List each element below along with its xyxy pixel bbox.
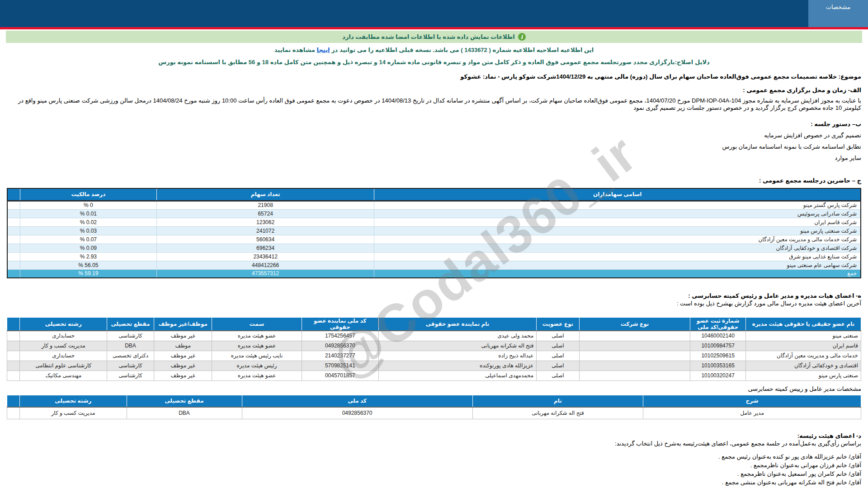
subject-line: موضوع: خلاصه تصمیمات مجمع عمومی فوق‌العا… (7, 73, 861, 80)
col-name: نام (472, 395, 643, 407)
ceo-section-label: مشخصات مدیر عامل و رییس کمیته حسابرسی (7, 385, 861, 392)
col-selector (7, 395, 20, 407)
board-members-table: نام عضو حقیقی یا حقوقی هیئت مدیره شمارة … (7, 317, 861, 381)
table-row: قاسم ایران 10100984757 اصلی فتح اله شکرا… (7, 341, 861, 351)
agenda-item: سایر موارد (7, 155, 861, 161)
section-h-subtitle: آخرین اعضای هیئت مدیره درسال مالی مورد گ… (7, 300, 861, 307)
board-header-row: نام عضو حقیقی یا حقوقی هیئت مدیره شمارة … (7, 318, 861, 331)
section-d-intro: براساس رأی‌گیری به‌عمل‌آمده در جلسة مجمع… (7, 440, 861, 447)
info-icon: i (518, 33, 526, 41)
presiding-board-list: آقای/ خانم عزیزالله هادی پور نو کنده به‌… (7, 453, 861, 486)
table-row: اقتصادی و خودکفائی آزادگان 10100353165 ا… (7, 361, 861, 371)
section-a-title: الف- زمان و محل برگزاری مجمع عمومی : (7, 87, 861, 94)
table-row: شرکت صنایع غذایی مینو شرق 23436412 % 2.9… (7, 252, 861, 261)
presiding-member: آقای/ خانم فتح اله شکرانه مهربانی به‌عنو… (7, 479, 861, 486)
col-share-count: تعداد سهام (156, 188, 374, 201)
table-row: مدیر عامل فتح اله شکرانه مهربانی 0492856… (7, 407, 861, 419)
col-education-field: رشته تحصیلی (20, 395, 127, 407)
col-ownership-percent: درصد مالکیت (20, 188, 156, 201)
signature-match-banner: i اطلاعات نمایش داده شده با اطلاعات امضا… (6, 31, 862, 43)
agenda-item: تطابق اساسنامه شرکت با نمونه اساسنامه سا… (7, 143, 861, 150)
table-row: شرکت قاسم ایران 123062 % 0.02 (7, 218, 861, 226)
col-company-type: نوع شرکت (579, 318, 690, 331)
col-shareholder-names: اسامی سهامداران (374, 188, 861, 201)
col-representative-national-id: کد ملی نماینده عضو حقوقی (302, 318, 378, 331)
col-description: شرح (643, 395, 861, 407)
document-body: موضوع: خلاصه تصمیمات مجمع عمومی فوق‌العا… (0, 73, 868, 488)
table-row: شرکت خدمات مالی و مدیریت معین آزادگان 56… (7, 235, 861, 244)
table-row: شرکت سهامی عام صنعتی مینو 448412266 % 56… (7, 261, 861, 269)
shareholders-table: اسامی سهامداران تعداد سهام درصد مالکیت ش… (7, 188, 861, 278)
presiding-member: آقای/ خانم کامران پور اسمعیل به‌عنوان نا… (7, 470, 861, 477)
table-row: شرکت پارس گستر مینو 21908 % 0 (7, 201, 861, 209)
col-education-level: مقطع تحصیلی (107, 318, 154, 331)
col-selector (7, 188, 20, 201)
total-row: جمع 473557312 % 59.19 (7, 269, 861, 278)
top-header-bar: مشخصات (0, 0, 868, 27)
col-selector (7, 318, 20, 331)
presiding-member: آقای/ خانم فرزان مهرانی به‌عنوان ناظرمجم… (7, 462, 861, 469)
table-row: شرکت صنعتی پارس مینو 241072 % 0.03 (7, 226, 861, 235)
col-education-level: مقطع تحصیلی (127, 395, 242, 407)
amendment-reasons: دلایل اصلاح:بارگزاری مجدد صورتجلسه مجمع … (0, 59, 868, 66)
section-d-title: د- اعضای هیئت رئیسه: (7, 432, 861, 439)
table-row: شرکت صادراتی پرسوئیس 65724 % 0.01 (7, 209, 861, 218)
table-row: خدمات مالی و مدیریت معین آزادگان 1010250… (7, 351, 861, 361)
section-c-title: ج – حاضرین درجلسه مجمع عمومی : (7, 177, 861, 184)
previous-version-link[interactable]: اینجا (317, 47, 330, 53)
amendment-text-post: مشاهده نمایید (274, 47, 317, 53)
col-membership-type: نوع عضویت (537, 318, 579, 331)
amendment-text-pre: این اطلاعیه اصلاحیه اطلاعیه شماره ( 1433… (330, 47, 594, 53)
ceo-table: شرح نام کد ملی مقطع تحصیلی رشته تحصیلی م… (7, 395, 861, 419)
section-h-title: ه- اعضای هیات مدیره و مدیر عامل و رئیس ک… (7, 292, 861, 299)
col-position: سمت (212, 318, 302, 331)
col-national-id: کد ملی (242, 395, 472, 407)
col-registration-number: شمارة ثبت عضو حقوقی/کد ملی (690, 318, 746, 331)
col-representative-name: نام نماینده عضو حقوقی (378, 318, 536, 331)
ceo-header-row: شرح نام کد ملی مقطع تحصیلی رشته تحصیلی (7, 395, 861, 407)
red-divider (0, 27, 868, 29)
shareholders-header-row: اسامی سهامداران تعداد سهام درصد مالکیت (7, 188, 861, 201)
col-education-field: رشته تحصیلی (20, 318, 107, 331)
table-row: صنعتی پارس مینو 10100320247 اصلی محمدمهد… (7, 371, 861, 380)
col-member-name: نام عضو حقیقی یا حقوقی هیئت مدیره (746, 318, 861, 331)
table-row: صنعتی مینو 10460002140 اصلی محمد ولی عید… (7, 331, 861, 341)
table-row: شرکت اقتصادی و خودکفایی آزادگان 696234 %… (7, 244, 861, 252)
signature-match-text: اطلاعات نمایش داده شده با اطلاعات امضا ش… (342, 33, 514, 40)
amendment-notice: این اطلاعیه اصلاحیه اطلاعیه شماره ( 1433… (0, 47, 868, 53)
tab-specifications[interactable]: مشخصات (808, 0, 868, 27)
col-duty-status: موظف/غیر موظف (154, 318, 212, 331)
presiding-member: آقای/ خانم عزیزالله هادی پور نو کنده به‌… (7, 453, 861, 460)
agenda-item: تصمیم گیری در خصوص افزایش سرمایه (7, 132, 861, 139)
section-a-body: با عنایت به مجوز افزایش سرمایه به شماره … (7, 97, 861, 112)
section-b-title: ب– دستور جلسه : (7, 121, 861, 127)
